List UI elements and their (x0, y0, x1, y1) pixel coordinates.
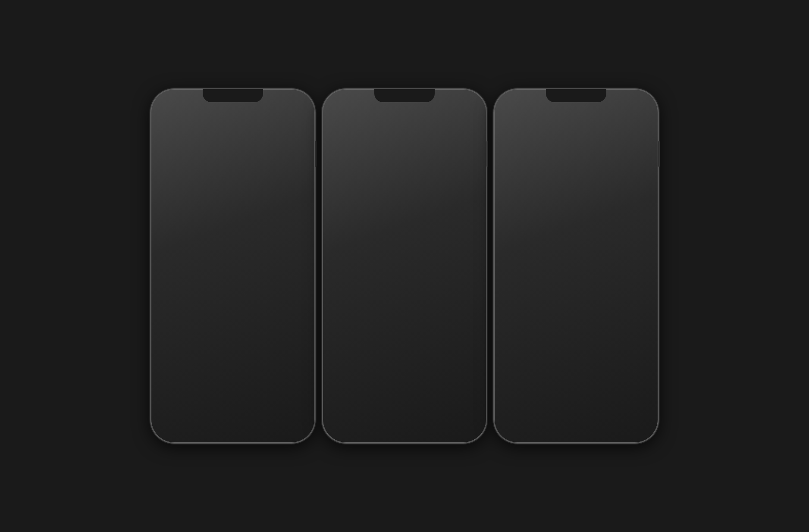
cal-1: 1 (528, 246, 547, 250)
app-reminders-3[interactable]: Reminders (541, 328, 574, 360)
music-widget-2[interactable]: The New Abnormal The Strokes ♪ ESSENTIAL… (332, 110, 477, 171)
app-home-3[interactable]: Home (615, 292, 649, 324)
battery-iphone-ring: 📱 (515, 114, 539, 138)
app-youtube-1[interactable]: ▶ YouTube (198, 189, 231, 222)
app-grid-3-row2: Notes Reminders (497, 326, 655, 362)
settings-label-2: Settings (452, 214, 469, 219)
app-photos-1[interactable]: Photos (160, 261, 194, 293)
app-camera-3[interactable]: Camera (541, 292, 574, 324)
dock-safari-1[interactable] (236, 402, 262, 428)
svg-point-18 (285, 240, 287, 242)
app-maps-3[interactable]: 🗺 Maps (593, 109, 619, 141)
home-label-2: Home (454, 250, 466, 255)
screen-content-1: ➤ 80° ☁ Expect rain in the next hour Int… (154, 107, 312, 440)
album-3: ESSENTIALS (405, 142, 438, 166)
app-reminders-1[interactable]: Reminders (272, 225, 305, 257)
app-home-2[interactable]: Home (443, 223, 477, 255)
yt-play-btn: ▶ (205, 196, 223, 209)
translate-label-3: Translate (596, 203, 616, 208)
slack-label-2: Slack (343, 250, 355, 255)
dock-messages-1[interactable] (171, 402, 197, 428)
clock-icon-1 (164, 295, 190, 321)
youtube-icon-2: ▶ (373, 187, 399, 213)
podcast-widget-2[interactable]: 🎙 👤 1H 47M LEFT Ali Abdaal (332, 259, 403, 317)
dock-safari-2[interactable] (408, 402, 434, 428)
app-maps-1[interactable]: 🗺 Maps (160, 189, 194, 222)
app-home-1[interactable]: Home (198, 261, 231, 293)
settings-label-1: Settings (206, 252, 223, 257)
svg-point-53 (457, 271, 459, 273)
music-recent-albums (238, 300, 302, 316)
app-maps-2[interactable]: 🗺 Maps (332, 187, 366, 219)
app-slack-3[interactable]: # Slack (504, 292, 537, 324)
app-photos-2[interactable]: Photos (406, 223, 440, 255)
app-youtube-3[interactable]: ▶ YouTube (623, 109, 649, 141)
app-calendar-2[interactable]: Monday 22 Calendar (369, 319, 403, 351)
app-camera-1[interactable]: Camera (272, 189, 305, 222)
app-translate-3[interactable]: A文 Translate (593, 176, 619, 208)
app-youtube-2[interactable]: ▶ YouTube (369, 187, 403, 219)
app-slack-1[interactable]: # Slack (235, 189, 268, 222)
music-art-1 (238, 264, 254, 280)
app-notes-2[interactable]: Notes (406, 259, 440, 303)
cal-22-today: 22 (534, 261, 541, 268)
notes-icon-3 (508, 328, 533, 354)
app-notes-3[interactable]: Notes (504, 328, 537, 360)
cal-day-num: 22 (209, 307, 219, 317)
battery-case: 💼 (549, 143, 585, 169)
batteries-widget[interactable]: 📱 📡 🎧 (504, 109, 590, 174)
bar-4 (198, 156, 207, 162)
music-info-2: The New Abnormal The Strokes (364, 120, 463, 134)
music-info-1: The New Abnormal The Strokes (256, 267, 295, 277)
phone-screen-3: 8:11 ▲ WiFi ▌ 📱 (497, 92, 655, 440)
app-calendar-3[interactable]: Monday 22 Calendar (615, 328, 649, 360)
bar-10 (259, 159, 268, 162)
dock-mail-2[interactable] (375, 402, 401, 428)
app-clock-3[interactable]: Clock (578, 328, 611, 360)
dock-safari-3[interactable] (580, 402, 605, 428)
bar-13 (289, 159, 298, 162)
settings-icon-1 (201, 225, 227, 251)
battery-airpods-ring: 📡 (555, 114, 579, 138)
dock-messages-3[interactable] (514, 402, 540, 428)
dock-phone-3[interactable] (612, 402, 638, 428)
cal-10: 10 (567, 251, 586, 256)
app-settings-3[interactable]: Settings (623, 176, 649, 208)
page-dots-3 (497, 364, 655, 367)
app-grid-1-row2: A文 Translate Settings Notes (154, 223, 312, 259)
cal-days-grid: 1 2 3 4 5 6 7 8 9 10 11 12 13 14 (509, 246, 643, 273)
app-notes-1[interactable]: Notes (235, 225, 268, 257)
app-slack-2[interactable]: # Slack (332, 223, 366, 255)
dock-mail-3[interactable] (547, 402, 573, 428)
cal-month-text: Monday (208, 297, 221, 301)
translate-symbol: A文 (171, 233, 184, 243)
app-reminders-2[interactable]: Reminders (443, 259, 477, 303)
music-widget-1[interactable]: The New Abnormal The Strokes ♪ Recently … (235, 261, 305, 319)
home-icon-1 (201, 261, 227, 287)
cal-18: 18 (586, 256, 605, 261)
signal-icon-3: ▲ (623, 99, 627, 104)
calendar-icon-1: Monday 22 (201, 295, 227, 321)
app-settings-2[interactable]: Settings (443, 187, 477, 219)
dock-mail-1[interactable] (204, 402, 229, 428)
app-translate-2[interactable]: A文 Translate (406, 187, 440, 219)
app-photos-3[interactable]: Photos (578, 292, 611, 324)
phone-1: 7:23 ▲ WiFi 🔋 ➤ 80° (151, 89, 315, 443)
status-icons-1: ▲ WiFi 🔋 (277, 99, 302, 104)
calendar-widget-area-3: WWDC No more events today JUNE S M T W T… (497, 219, 655, 290)
app-calendar-1[interactable]: Monday 22 Calendar (198, 295, 231, 327)
app-clock-1[interactable]: Clock (160, 295, 194, 327)
app-camera-2[interactable]: Camera (369, 223, 403, 255)
calendar-widget-3[interactable]: WWDC No more events today JUNE S M T W T… (504, 219, 649, 279)
weather-widget[interactable]: ➤ 80° ☁ Expect rain in the next hour Int… (160, 110, 305, 173)
dock-messages-2[interactable] (342, 402, 368, 428)
clock-icon-3 (582, 328, 608, 354)
dock-phone-1[interactable] (269, 402, 295, 428)
cal-7: 7 (509, 251, 528, 256)
app-translate-1[interactable]: A文 Translate (160, 225, 194, 257)
dock-phone-2[interactable] (441, 402, 467, 428)
app-settings-1[interactable]: Settings (198, 225, 231, 257)
cal-day-num-2: 22 (381, 332, 391, 341)
app-clock-2[interactable]: Clock (332, 319, 366, 351)
cal-day-headers: S M T W T F S (509, 240, 643, 244)
